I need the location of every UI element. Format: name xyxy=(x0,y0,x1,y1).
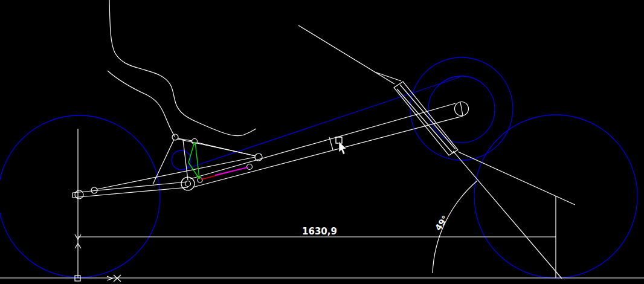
chain-line xyxy=(183,77,461,170)
chainring-circle xyxy=(172,150,191,170)
seat-to-crank-line xyxy=(183,140,188,180)
front-wheel-circle xyxy=(0,115,160,277)
front-stay-line xyxy=(97,157,255,189)
cursor xyxy=(336,137,346,155)
cad-canvas[interactable]: 1630,9 49° xyxy=(0,0,644,284)
seat-back-curve xyxy=(109,0,256,136)
crank-pivot-circle xyxy=(198,178,202,182)
steering-axis-line xyxy=(453,151,562,279)
seat-support-curve xyxy=(108,71,175,137)
boom-lower-line xyxy=(193,116,463,187)
green-link-line-1 xyxy=(188,142,195,163)
fork-line xyxy=(458,152,575,205)
front-rod-upper-line xyxy=(72,182,187,193)
front-hub-circle xyxy=(75,190,83,199)
green-linkage xyxy=(188,142,199,179)
pedal-circle xyxy=(247,164,253,170)
white-geometry xyxy=(0,0,644,282)
rear-hub-tick-line xyxy=(460,102,463,115)
head-angle-label: 49° xyxy=(433,214,450,233)
cad-viewport[interactable]: 1630,9 49° xyxy=(0,0,644,284)
seat-to-idler-line-2 xyxy=(198,143,255,156)
cursor-arrow-icon xyxy=(339,141,346,155)
tiller-line-1 xyxy=(298,25,394,84)
front-rod-lower-line xyxy=(72,187,188,198)
blue-geometry xyxy=(0,57,637,278)
bottom-bracket-inner-circle xyxy=(185,181,191,187)
seat-strut-left-line xyxy=(153,140,174,184)
dimension-labels: 1630,9 49° xyxy=(302,214,450,237)
wheelbase-dimension-label: 1630,9 xyxy=(302,226,337,237)
seat-pivot-circle-1 xyxy=(172,134,178,140)
